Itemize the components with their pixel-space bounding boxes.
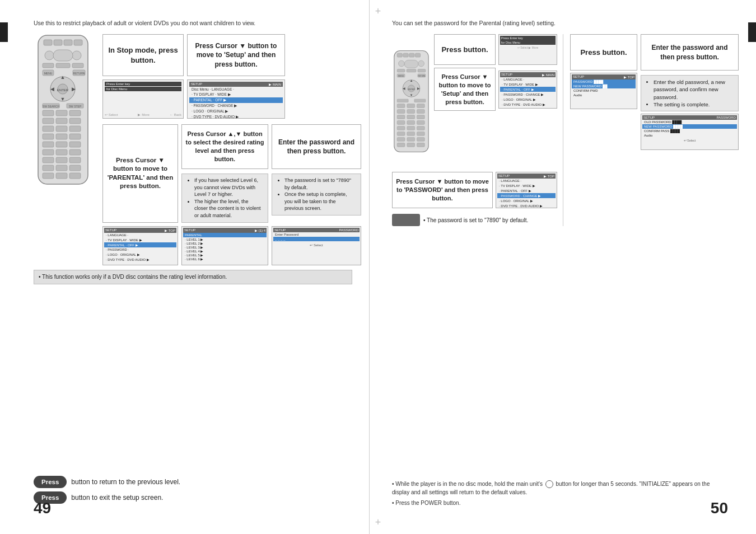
svg-rect-45: [56, 157, 67, 163]
svg-rect-87: [407, 121, 415, 125]
screen4: SETUP▶ (1) 4 PARENTAL · LEVEL 1 ▶ · LEVE…: [181, 226, 268, 265]
right-step4-col: Press button. SETUP▶ TOP PASSWORD ████ N…: [570, 34, 637, 109]
screen2: SETUP▶ MAIN Disc Menu · LANGUAGE · · TV …: [187, 79, 285, 119]
right-step1-row: Press button. Press Enter key for Disc M…: [434, 34, 557, 65]
initialize-icon: [545, 480, 553, 488]
svg-rect-31: [69, 118, 81, 124]
left-intro: Use this to restrict playback of adult o…: [34, 20, 352, 26]
step5-box: Enter the password and then press button…: [272, 124, 361, 169]
remote-column: MENU RETURN ▲ ▼ ◀ ▶ ENTER SW SEARCH: [34, 34, 98, 186]
svg-rect-35: [43, 134, 54, 139]
svg-text:▲: ▲: [60, 74, 66, 80]
svg-rect-42: [56, 149, 67, 155]
right-steps-45: Press button. SETUP▶ TOP PASSWORD ████ N…: [570, 34, 731, 150]
svg-text:▶: ▶: [72, 86, 76, 92]
step1-box: In Stop mode, press button.: [102, 34, 184, 76]
svg-point-59: [418, 60, 424, 67]
svg-rect-82: [417, 110, 424, 114]
svg-rect-61: [397, 69, 405, 72]
svg-text:ENTER: ENTER: [57, 88, 69, 92]
press-exit-text: button to exit the setup screen.: [71, 494, 163, 502]
svg-rect-79: [417, 104, 424, 108]
svg-rect-39: [56, 142, 67, 147]
svg-rect-78: [407, 104, 415, 108]
right-note5-box: Enter the old password, a new password, …: [641, 75, 739, 111]
svg-rect-32: [43, 126, 54, 132]
step-row-2: Press Cursor ▼ button to move to 'PARENT…: [102, 124, 361, 223]
svg-rect-41: [43, 149, 54, 155]
right-step5-col: Enter the password and then press button…: [641, 34, 739, 150]
right-right-section: Press button. SETUP▶ TOP PASSWORD ████ N…: [563, 34, 731, 226]
right-steps-123: Press button. Press Enter key for Disc M…: [434, 34, 557, 111]
password-note-bg: [392, 214, 420, 226]
svg-rect-50: [43, 173, 54, 179]
svg-text:MENU: MENU: [44, 72, 53, 75]
svg-rect-47: [43, 165, 54, 171]
screen5: SETUPPASSWORD Enter Password _ _ _ _ ↩ S…: [272, 226, 361, 265]
svg-rect-97: [417, 137, 424, 141]
svg-text:MENU: MENU: [398, 75, 404, 77]
svg-rect-88: [417, 121, 424, 125]
right-bottom-notes: • While the player is in the no disc mod…: [392, 480, 728, 507]
svg-rect-63: [418, 69, 426, 72]
svg-rect-7: [53, 50, 73, 61]
svg-rect-95: [397, 137, 405, 141]
page-number-right: 50: [711, 499, 728, 517]
step2-box: Press Cursor ▼ button to move to 'Setup'…: [187, 34, 285, 76]
svg-rect-91: [417, 126, 424, 130]
right-intro: You can set the password for the Parenta…: [392, 20, 728, 26]
svg-text:RETURN: RETURN: [418, 75, 426, 77]
page-container: + + Use this to restrict playback of adu…: [0, 0, 756, 534]
corner-tab-right: [748, 22, 756, 42]
password-default-note: • The password is set to "7890" by defau…: [392, 214, 557, 226]
svg-text:ENTER: ENTER: [408, 88, 415, 91]
svg-rect-57: [415, 53, 420, 57]
svg-rect-90: [407, 126, 415, 130]
svg-rect-56: [409, 53, 414, 57]
svg-point-6: [72, 51, 81, 60]
right-page: You can set the password for the Parenta…: [370, 0, 756, 534]
svg-rect-55: [403, 53, 408, 57]
bottom-note: • This function works only if a DVD disc…: [34, 270, 352, 284]
press-exit-row: Press button to exit the setup screen.: [34, 491, 352, 504]
svg-text:RETURN: RETURN: [73, 72, 85, 75]
svg-rect-2: [54, 40, 62, 45]
svg-rect-77: [397, 104, 405, 108]
svg-rect-84: [407, 115, 415, 119]
svg-rect-92: [397, 132, 405, 135]
svg-rect-98: [397, 143, 405, 147]
remote-illustration-right: MENU RETURN ▲ ▼ ◀ ▶ ENTER: [392, 34, 431, 168]
press-return-text: button to return to the previous level.: [71, 478, 180, 486]
right-step2-box: Press Cursor ▼ button to move to 'Setup'…: [434, 68, 496, 111]
note2-box: The password is set to "7890" by default…: [272, 174, 361, 216]
svg-rect-37: [69, 134, 81, 139]
bottom-note-2: • Press the POWER button.: [392, 499, 728, 507]
right-step1-box: Press button.: [434, 34, 496, 65]
svg-rect-40: [69, 142, 81, 147]
svg-rect-52: [69, 173, 81, 179]
right-screen3: SETUP▶ TOP · LANGUAGE · · TV DISPLAY · W…: [496, 172, 557, 208]
svg-rect-38: [43, 142, 54, 147]
screen3: SETUP▶ TOP · LANGUAGE · · TV DISPLAY · W…: [102, 226, 178, 265]
svg-rect-1: [44, 40, 52, 45]
svg-rect-54: [397, 53, 402, 57]
right-step3-row: Press Cursor ▼ button to move to 'PASSWO…: [392, 172, 557, 208]
svg-rect-28: [69, 110, 81, 116]
svg-rect-9: [56, 63, 70, 68]
right-screen2: SETUP▶ MAIN · LANGUAGE · · TV DISPLAY · …: [498, 71, 557, 109]
svg-rect-48: [56, 165, 67, 171]
screen-row-1: Press Enter key for Disc Menu ↩ Select▶ …: [102, 79, 361, 119]
svg-rect-26: [43, 110, 54, 116]
right-left-section: MENU RETURN ▲ ▼ ◀ ▶ ENTER: [392, 34, 557, 226]
right-step4-box: Press button.: [570, 34, 637, 71]
left-page: Use this to restrict playback of adult o…: [0, 0, 370, 534]
right-screen1: Press Enter key for Disc Menu ↩ Select ▶…: [498, 34, 557, 65]
svg-rect-89: [397, 126, 405, 130]
svg-rect-49: [69, 165, 81, 171]
svg-text:SW STEP: SW STEP: [69, 105, 82, 108]
svg-rect-34: [69, 126, 81, 132]
svg-rect-94: [417, 132, 424, 135]
svg-text:◀: ◀: [403, 86, 405, 90]
svg-rect-93: [407, 132, 415, 135]
svg-rect-86: [397, 121, 405, 125]
